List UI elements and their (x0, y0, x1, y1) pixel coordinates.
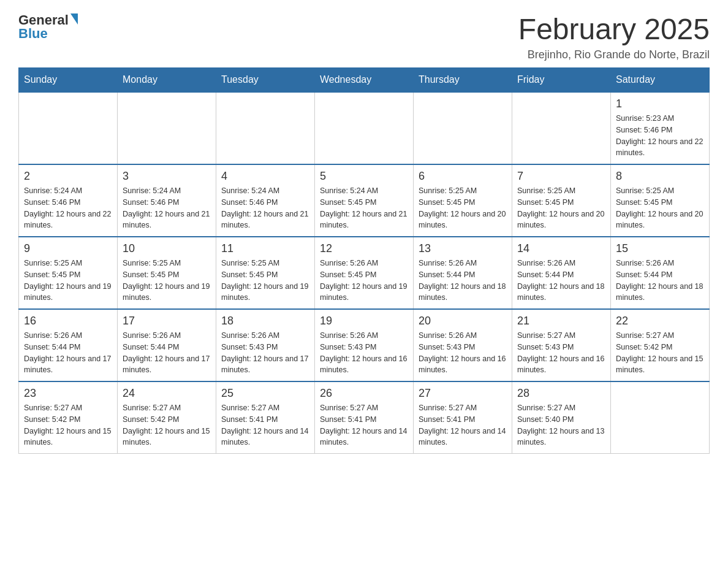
day-number: 3 (123, 170, 211, 183)
day-info: Sunrise: 5:27 AMSunset: 5:42 PMDaylight:… (123, 402, 211, 448)
logo: General Blue (18, 12, 78, 42)
calendar-cell: 28Sunrise: 5:27 AMSunset: 5:40 PMDayligh… (512, 381, 611, 454)
day-info: Sunrise: 5:26 AMSunset: 5:44 PMDaylight:… (517, 258, 605, 304)
day-number: 26 (320, 387, 408, 400)
day-number: 8 (616, 170, 704, 183)
day-info: Sunrise: 5:24 AMSunset: 5:46 PMDaylight:… (123, 185, 211, 231)
calendar-cell: 8Sunrise: 5:25 AMSunset: 5:45 PMDaylight… (611, 164, 710, 237)
day-number: 15 (616, 242, 704, 255)
calendar-cell: 16Sunrise: 5:26 AMSunset: 5:44 PMDayligh… (19, 309, 118, 381)
day-number: 2 (24, 170, 112, 183)
day-info: Sunrise: 5:25 AMSunset: 5:45 PMDaylight:… (221, 258, 309, 304)
day-info: Sunrise: 5:24 AMSunset: 5:46 PMDaylight:… (24, 185, 112, 231)
day-info: Sunrise: 5:26 AMSunset: 5:44 PMDaylight:… (123, 330, 211, 376)
calendar-cell: 17Sunrise: 5:26 AMSunset: 5:44 PMDayligh… (118, 309, 216, 381)
calendar-cell (414, 92, 512, 164)
day-number: 4 (221, 170, 309, 183)
day-number: 16 (24, 315, 112, 327)
calendar-cell (512, 92, 611, 164)
day-info: Sunrise: 5:24 AMSunset: 5:46 PMDaylight:… (221, 185, 309, 231)
day-info: Sunrise: 5:26 AMSunset: 5:43 PMDaylight:… (419, 330, 507, 376)
day-info: Sunrise: 5:26 AMSunset: 5:44 PMDaylight:… (24, 330, 112, 376)
calendar-cell: 3Sunrise: 5:24 AMSunset: 5:46 PMDaylight… (118, 164, 216, 237)
day-number: 24 (123, 387, 211, 400)
calendar-cell: 2Sunrise: 5:24 AMSunset: 5:46 PMDaylight… (19, 164, 118, 237)
weekday-sunday: Sunday (19, 68, 118, 93)
calendar-cell: 22Sunrise: 5:27 AMSunset: 5:42 PMDayligh… (611, 309, 710, 381)
day-info: Sunrise: 5:27 AMSunset: 5:41 PMDaylight:… (419, 402, 507, 448)
logo-triangle-icon (70, 13, 78, 25)
day-number: 22 (616, 315, 704, 327)
weekday-header-row: SundayMondayTuesdayWednesdayThursdayFrid… (19, 68, 710, 93)
calendar-cell: 10Sunrise: 5:25 AMSunset: 5:45 PMDayligh… (118, 237, 216, 309)
calendar-cell (611, 381, 710, 454)
title-section: February 2025 Brejinho, Rio Grande do No… (518, 12, 710, 61)
calendar-cell: 12Sunrise: 5:26 AMSunset: 5:45 PMDayligh… (315, 237, 414, 309)
day-info: Sunrise: 5:26 AMSunset: 5:44 PMDaylight:… (419, 258, 507, 304)
calendar-table: SundayMondayTuesdayWednesdayThursdayFrid… (18, 67, 710, 454)
week-row-4: 16Sunrise: 5:26 AMSunset: 5:44 PMDayligh… (19, 309, 710, 381)
weekday-monday: Monday (118, 68, 216, 93)
week-row-2: 2Sunrise: 5:24 AMSunset: 5:46 PMDaylight… (19, 164, 710, 237)
weekday-tuesday: Tuesday (216, 68, 315, 93)
calendar-cell: 14Sunrise: 5:26 AMSunset: 5:44 PMDayligh… (512, 237, 611, 309)
day-info: Sunrise: 5:27 AMSunset: 5:42 PMDaylight:… (616, 330, 704, 376)
day-info: Sunrise: 5:25 AMSunset: 5:45 PMDaylight:… (24, 258, 112, 304)
calendar-cell (19, 92, 118, 164)
day-number: 7 (517, 170, 605, 183)
weekday-saturday: Saturday (611, 68, 710, 93)
day-number: 20 (419, 315, 507, 327)
week-row-3: 9Sunrise: 5:25 AMSunset: 5:45 PMDaylight… (19, 237, 710, 309)
week-row-1: 1Sunrise: 5:23 AMSunset: 5:46 PMDaylight… (19, 92, 710, 164)
calendar-cell (118, 92, 216, 164)
day-number: 28 (517, 387, 605, 400)
calendar-cell: 15Sunrise: 5:26 AMSunset: 5:44 PMDayligh… (611, 237, 710, 309)
day-info: Sunrise: 5:24 AMSunset: 5:45 PMDaylight:… (320, 185, 408, 231)
location: Brejinho, Rio Grande do Norte, Brazil (518, 48, 710, 61)
day-number: 23 (24, 387, 112, 400)
day-number: 13 (419, 242, 507, 255)
weekday-wednesday: Wednesday (315, 68, 414, 93)
day-number: 14 (517, 242, 605, 255)
day-number: 17 (123, 315, 211, 327)
calendar-cell: 13Sunrise: 5:26 AMSunset: 5:44 PMDayligh… (414, 237, 512, 309)
calendar-cell: 6Sunrise: 5:25 AMSunset: 5:45 PMDaylight… (414, 164, 512, 237)
day-info: Sunrise: 5:26 AMSunset: 5:43 PMDaylight:… (221, 330, 309, 376)
calendar-cell: 18Sunrise: 5:26 AMSunset: 5:43 PMDayligh… (216, 309, 315, 381)
day-number: 1 (616, 98, 704, 110)
day-number: 27 (419, 387, 507, 400)
calendar-cell: 23Sunrise: 5:27 AMSunset: 5:42 PMDayligh… (19, 381, 118, 454)
day-number: 10 (123, 242, 211, 255)
day-info: Sunrise: 5:27 AMSunset: 5:43 PMDaylight:… (517, 330, 605, 376)
day-number: 12 (320, 242, 408, 255)
weekday-thursday: Thursday (414, 68, 512, 93)
day-info: Sunrise: 5:27 AMSunset: 5:42 PMDaylight:… (24, 402, 112, 448)
page-header: General Blue February 2025 Brejinho, Rio… (18, 12, 710, 61)
calendar-cell (216, 92, 315, 164)
calendar-cell: 21Sunrise: 5:27 AMSunset: 5:43 PMDayligh… (512, 309, 611, 381)
day-number: 19 (320, 315, 408, 327)
calendar-cell: 27Sunrise: 5:27 AMSunset: 5:41 PMDayligh… (414, 381, 512, 454)
calendar-cell: 24Sunrise: 5:27 AMSunset: 5:42 PMDayligh… (118, 381, 216, 454)
day-number: 6 (419, 170, 507, 183)
day-info: Sunrise: 5:23 AMSunset: 5:46 PMDaylight:… (616, 113, 704, 159)
day-number: 18 (221, 315, 309, 327)
week-row-5: 23Sunrise: 5:27 AMSunset: 5:42 PMDayligh… (19, 381, 710, 454)
calendar-cell: 7Sunrise: 5:25 AMSunset: 5:45 PMDaylight… (512, 164, 611, 237)
calendar-cell: 1Sunrise: 5:23 AMSunset: 5:46 PMDaylight… (611, 92, 710, 164)
calendar-cell: 26Sunrise: 5:27 AMSunset: 5:41 PMDayligh… (315, 381, 414, 454)
day-number: 5 (320, 170, 408, 183)
day-info: Sunrise: 5:27 AMSunset: 5:41 PMDaylight:… (221, 402, 309, 448)
day-number: 25 (221, 387, 309, 400)
calendar-cell: 11Sunrise: 5:25 AMSunset: 5:45 PMDayligh… (216, 237, 315, 309)
calendar-cell: 9Sunrise: 5:25 AMSunset: 5:45 PMDaylight… (19, 237, 118, 309)
day-info: Sunrise: 5:27 AMSunset: 5:41 PMDaylight:… (320, 402, 408, 448)
day-info: Sunrise: 5:25 AMSunset: 5:45 PMDaylight:… (616, 185, 704, 231)
calendar-cell: 25Sunrise: 5:27 AMSunset: 5:41 PMDayligh… (216, 381, 315, 454)
logo-blue-text: Blue (18, 26, 48, 42)
day-info: Sunrise: 5:25 AMSunset: 5:45 PMDaylight:… (517, 185, 605, 231)
day-number: 11 (221, 242, 309, 255)
calendar-cell: 20Sunrise: 5:26 AMSunset: 5:43 PMDayligh… (414, 309, 512, 381)
month-title: February 2025 (518, 12, 710, 46)
weekday-friday: Friday (512, 68, 611, 93)
